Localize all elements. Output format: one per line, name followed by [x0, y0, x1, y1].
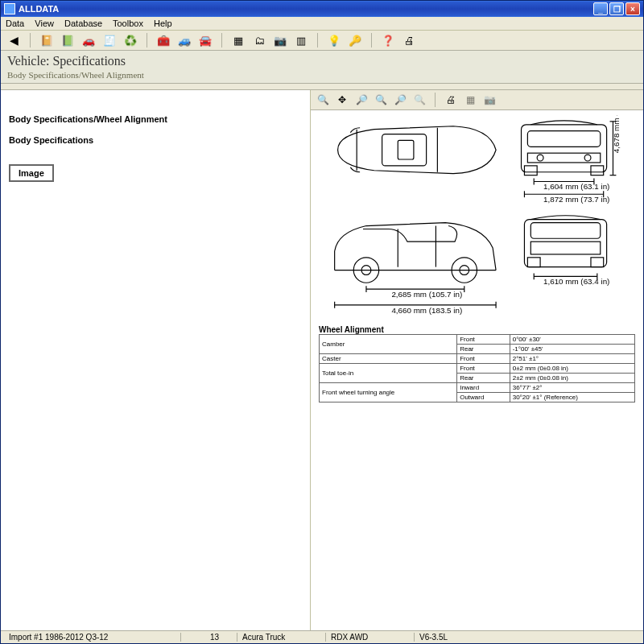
tool-icon-6[interactable]: 🧰 — [155, 33, 171, 47]
left-heading-2: Body Specifications — [9, 135, 302, 145]
window-title: ALLDATA — [19, 4, 592, 14]
tool-icon-13[interactable]: 💡 — [326, 33, 342, 47]
spec-sub: Rear — [457, 345, 510, 354]
tool-icon-7[interactable]: 🚙 — [176, 33, 192, 47]
pan-icon[interactable]: ✥ — [335, 93, 349, 106]
spec-sub: Front — [457, 335, 510, 345]
tool-icon-2[interactable]: 📗 — [60, 33, 76, 47]
status-cell-id: 13 — [205, 633, 237, 642]
tool-icon-14[interactable]: 🔑 — [347, 33, 363, 47]
page-subtitle: Body Specifications/Wheel Alignment — [7, 70, 637, 80]
dim-front-track: 1,604 mm (63.1 in) — [543, 182, 609, 191]
menu-data[interactable]: Data — [6, 19, 24, 28]
spec-group: Front wheel turning angle — [320, 383, 457, 402]
page-title: Vehicle: Specifications — [7, 54, 637, 68]
svg-rect-37 — [530, 242, 600, 254]
wheel-alignment-table: CamberFront0°00' ±30'Rear-1°00' ±45'Cast… — [319, 334, 635, 402]
tool-icon-3[interactable]: 🚗 — [80, 33, 97, 47]
spec-sub: Front — [457, 354, 510, 364]
svg-rect-0 — [382, 134, 427, 166]
spec-val: 2°51' ±1° — [510, 354, 634, 364]
spec-group: Camber — [320, 335, 457, 354]
spec-group: Caster — [320, 354, 457, 364]
left-panel: Body Specifications/Wheel Alignment Body… — [1, 90, 311, 630]
tool-icon-4[interactable]: 🧾 — [101, 33, 118, 47]
spec-sub: Outward — [457, 393, 510, 402]
menu-view[interactable]: View — [35, 19, 54, 28]
zoom-in-icon[interactable]: 🔍 — [316, 93, 330, 106]
spec-title: Wheel Alignment — [319, 325, 635, 334]
tool-icon-8[interactable]: 🚘 — [197, 33, 213, 47]
svg-rect-36 — [591, 258, 604, 267]
spec-val: 30°20' ±1° (Reference) — [510, 393, 634, 402]
menu-database[interactable]: Database — [64, 19, 102, 28]
menu-help[interactable]: Help — [154, 19, 172, 28]
tool-icon-12[interactable]: ▥ — [293, 33, 309, 47]
menu-bar: Data View Database Toolbox Help — [1, 17, 643, 31]
svg-rect-5 — [527, 131, 600, 147]
spec-sub: Rear — [457, 374, 510, 383]
image-toolbar: 🔍 ✥ 🔎 🔍 🔎 🔍 🖨 ▦ 📷 — [311, 90, 643, 110]
svg-point-9 — [537, 155, 543, 161]
svg-rect-8 — [527, 153, 600, 163]
dim-wheelbase: 2,685 mm (105.7 in) — [391, 290, 462, 299]
spec-val: 36°77' ±2° — [510, 383, 634, 393]
spec-sub: Inward — [457, 383, 510, 393]
app-icon — [4, 3, 15, 14]
close-button[interactable]: × — [625, 2, 640, 15]
maximize-button[interactable]: ❐ — [609, 2, 624, 15]
spec-val: 0±2 mm (0±0.08 in) — [510, 364, 634, 374]
svg-rect-6 — [524, 166, 537, 175]
toolbar-spacer — [1, 84, 643, 90]
tool-icon-10[interactable]: 🗂 — [251, 33, 267, 47]
minimize-button[interactable]: _ — [593, 2, 608, 15]
separator — [371, 33, 372, 47]
status-cell-engine: V6-3.5L — [415, 633, 487, 642]
back-button[interactable] — [6, 33, 22, 47]
status-bar: Import #1 1986-2012 Q3-12 13 Acura Truck… — [1, 630, 643, 643]
separator — [30, 33, 31, 47]
diagram-area: 4,678 mm (186.1 in) 1,604 mm (63.1 in) 1… — [311, 110, 643, 630]
svg-rect-34 — [530, 223, 600, 239]
separator — [147, 33, 147, 47]
left-heading-1: Body Specifications/Wheel Alignment — [9, 114, 302, 124]
help-icon[interactable]: ❓ — [380, 33, 396, 47]
spec-val: -1°00' ±45' — [510, 345, 634, 354]
svg-rect-1 — [398, 140, 414, 159]
title-bar: ALLDATA _ ❐ × — [1, 1, 643, 17]
svg-rect-35 — [527, 258, 540, 267]
dim-length: 4,660 mm (183.5 in) — [391, 306, 462, 315]
spec-val: 2±2 mm (0±0.08 in) — [510, 374, 634, 383]
camera-icon[interactable]: 📷 — [482, 93, 497, 106]
image-grid-icon[interactable]: ▦ — [463, 93, 477, 106]
menu-toolbox[interactable]: Toolbox — [113, 19, 143, 28]
dim-height: 4,678 mm (186.1 in) — [612, 115, 621, 153]
zoom-fit-icon[interactable]: 🔎 — [393, 93, 407, 106]
dim-rear-track: 1,610 mm (63.4 in) — [543, 277, 609, 286]
print-icon[interactable]: 🖨 — [401, 33, 417, 47]
print-image-icon[interactable]: 🖨 — [444, 93, 458, 106]
status-cell-model: RDX AWD — [326, 633, 415, 642]
spec-val: 0°00' ±30' — [510, 335, 634, 345]
main-toolbar: 📔 📗 🚗 🧾 ♻️ 🧰 🚙 🚘 ▦ 🗂 📷 ▥ 💡 🔑 ❓ 🖨 — [1, 31, 643, 51]
dim-overall-width: 1,872 mm (73.7 in) — [543, 195, 609, 204]
tool-icon-1[interactable]: 📔 — [39, 33, 55, 47]
tool-icon-11[interactable]: 📷 — [272, 33, 288, 47]
image-button[interactable]: Image — [9, 164, 54, 182]
svg-rect-7 — [591, 166, 604, 175]
tool-icon-5[interactable]: ♻️ — [122, 33, 138, 47]
separator — [221, 33, 222, 47]
svg-rect-33 — [524, 220, 606, 267]
svg-point-10 — [584, 155, 591, 161]
vehicle-diagram: 4,678 mm (186.1 in) 1,604 mm (63.1 in) 1… — [319, 115, 635, 320]
svg-rect-4 — [522, 125, 607, 172]
separator — [435, 93, 436, 107]
right-panel: 🔍 ✥ 🔎 🔍 🔎 🔍 🖨 ▦ 📷 — [311, 90, 643, 630]
magnify-icon[interactable]: 🔍 — [412, 93, 427, 106]
zoom-area-icon[interactable]: 🔎 — [354, 93, 369, 106]
status-cell-make: Acura Truck — [237, 633, 326, 642]
spec-sub: Front — [457, 364, 510, 374]
tool-icon-9[interactable]: ▦ — [230, 33, 246, 47]
zoom-out-icon[interactable]: 🔍 — [374, 93, 388, 106]
spec-group: Total toe-in — [320, 364, 457, 383]
